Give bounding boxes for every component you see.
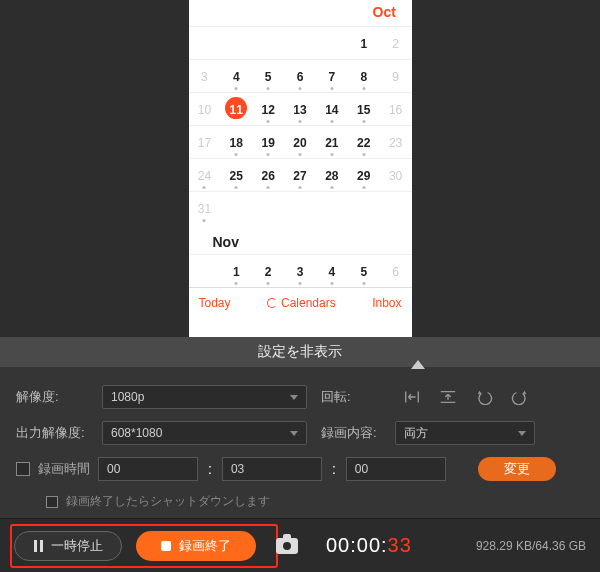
shutdown-checkbox[interactable] bbox=[46, 496, 58, 508]
calendar-cell bbox=[189, 27, 221, 59]
calendar-cell[interactable]: 8 bbox=[348, 60, 380, 92]
record-time-label: 録画時間 bbox=[38, 460, 90, 478]
calendar-cell-selected[interactable]: 11 bbox=[220, 93, 252, 125]
output-resolution-select[interactable]: 608*1080 bbox=[102, 421, 307, 445]
calendar-cell[interactable]: 16 bbox=[380, 93, 412, 125]
calendar-cell[interactable]: 4 bbox=[316, 255, 348, 287]
change-button[interactable]: 変更 bbox=[478, 457, 556, 481]
chevron-up-icon bbox=[411, 344, 425, 360]
calendar-cell[interactable]: 5 bbox=[348, 255, 380, 287]
calendar-row: 1 2 bbox=[189, 26, 412, 59]
rotate-left-icon[interactable] bbox=[475, 389, 493, 405]
filesize-status: 928.29 KB/64.36 GB bbox=[476, 539, 586, 553]
calendar-row: 3 4 5 6 7 8 9 bbox=[189, 59, 412, 92]
seconds-input[interactable]: 00 bbox=[346, 457, 446, 481]
calendar-cell[interactable]: 18 bbox=[220, 126, 252, 158]
calendar-cell[interactable]: 17 bbox=[189, 126, 221, 158]
calendar-cell[interactable]: 6 bbox=[380, 255, 412, 287]
calendar-cell[interactable]: 27 bbox=[284, 159, 316, 191]
pause-label: 一時停止 bbox=[51, 537, 103, 555]
calendars-label: Calendars bbox=[281, 296, 336, 310]
screenshot-icon[interactable] bbox=[276, 538, 298, 554]
resolution-value: 1080p bbox=[111, 390, 144, 404]
colon: : bbox=[206, 461, 214, 477]
calendar-row: 10 11 12 13 14 15 16 bbox=[189, 92, 412, 125]
calendar-cell bbox=[348, 192, 380, 224]
calendar-cell bbox=[220, 192, 252, 224]
shutdown-label: 録画終了したらシャットダウンします bbox=[66, 493, 270, 510]
flip-horizontal-icon[interactable] bbox=[403, 389, 421, 405]
hours-input[interactable]: 00 bbox=[98, 457, 198, 481]
record-content-value: 両方 bbox=[404, 425, 428, 442]
calendar-cell[interactable]: 19 bbox=[252, 126, 284, 158]
rotation-label: 回転: bbox=[321, 388, 381, 406]
calendar-cell bbox=[316, 27, 348, 59]
phone-footer: Today Calendars Inbox bbox=[189, 287, 412, 318]
calendar-cell[interactable]: 23 bbox=[380, 126, 412, 158]
calendar-cell[interactable]: 29 bbox=[348, 159, 380, 191]
calendar-cell[interactable]: 24 bbox=[189, 159, 221, 191]
calendar-cell[interactable]: 7 bbox=[316, 60, 348, 92]
rotation-icons bbox=[403, 389, 529, 405]
resolution-select[interactable]: 1080p bbox=[102, 385, 307, 409]
pause-button[interactable]: 一時停止 bbox=[14, 531, 122, 561]
calendar-row: 24 25 26 27 28 29 30 bbox=[189, 158, 412, 191]
calendar-cell[interactable]: 13 bbox=[284, 93, 316, 125]
calendar-cell[interactable]: 3 bbox=[284, 255, 316, 287]
chevron-down-icon bbox=[290, 431, 298, 436]
inbox-link[interactable]: Inbox bbox=[372, 296, 401, 310]
rotate-right-icon[interactable] bbox=[511, 389, 529, 405]
flip-vertical-icon[interactable] bbox=[439, 389, 457, 405]
output-resolution-label: 出力解像度: bbox=[16, 424, 88, 442]
record-content-select[interactable]: 両方 bbox=[395, 421, 535, 445]
calendar-cell[interactable]: 21 bbox=[316, 126, 348, 158]
phone-screen: Oct 1 2 3 4 5 6 7 8 9 10 11 12 13 14 15 … bbox=[189, 0, 412, 337]
calendar-cell[interactable]: 15 bbox=[348, 93, 380, 125]
calendar-cell bbox=[284, 27, 316, 59]
calendar-cell[interactable]: 26 bbox=[252, 159, 284, 191]
calendar-cell[interactable]: 30 bbox=[380, 159, 412, 191]
calendar-cell bbox=[220, 27, 252, 59]
calendar-cell[interactable]: 31 bbox=[189, 192, 221, 224]
calendar-cell[interactable]: 6 bbox=[284, 60, 316, 92]
recording-timer: 00:00:33 bbox=[326, 534, 412, 557]
resolution-label: 解像度: bbox=[16, 388, 88, 406]
refresh-icon bbox=[267, 298, 277, 308]
stop-button[interactable]: 録画終了 bbox=[136, 531, 256, 561]
minutes-input[interactable]: 03 bbox=[222, 457, 322, 481]
calendars-link[interactable]: Calendars bbox=[267, 296, 336, 310]
month-label-oct: Oct bbox=[189, 0, 412, 26]
calendar-cell[interactable]: 14 bbox=[316, 93, 348, 125]
preview-area: Oct 1 2 3 4 5 6 7 8 9 10 11 12 13 14 15 … bbox=[0, 0, 600, 337]
calendar-row: 17 18 19 20 21 22 23 bbox=[189, 125, 412, 158]
calendar-cell[interactable]: 1 bbox=[220, 255, 252, 287]
calendar-cell bbox=[316, 192, 348, 224]
calendar-cell[interactable]: 1 bbox=[348, 27, 380, 59]
calendar-cell[interactable]: 9 bbox=[380, 60, 412, 92]
chevron-down-icon bbox=[518, 431, 526, 436]
calendar-cell[interactable]: 2 bbox=[380, 27, 412, 59]
calendar-cell bbox=[380, 192, 412, 224]
calendar-cell[interactable]: 4 bbox=[220, 60, 252, 92]
calendar-cell[interactable]: 28 bbox=[316, 159, 348, 191]
bottom-control-bar: 一時停止 録画終了 00:00:33 928.29 KB/64.36 GB bbox=[0, 518, 600, 572]
calendar-row: 1 2 3 4 5 6 bbox=[189, 254, 412, 287]
pause-icon bbox=[34, 540, 43, 552]
calendar-row: 31 bbox=[189, 191, 412, 224]
calendar-cell bbox=[252, 27, 284, 59]
calendar-cell[interactable]: 22 bbox=[348, 126, 380, 158]
calendar-cell[interactable]: 10 bbox=[189, 93, 221, 125]
chevron-down-icon bbox=[290, 395, 298, 400]
calendar-cell[interactable]: 20 bbox=[284, 126, 316, 158]
stop-label: 録画終了 bbox=[179, 537, 231, 555]
record-time-checkbox[interactable] bbox=[16, 462, 30, 476]
calendar-cell[interactable]: 2 bbox=[252, 255, 284, 287]
month-label-nov: Nov bbox=[189, 224, 412, 254]
settings-toggle-bar[interactable]: 設定を非表示 bbox=[0, 337, 600, 367]
calendar-cell[interactable]: 12 bbox=[252, 93, 284, 125]
settings-toggle-label: 設定を非表示 bbox=[258, 343, 342, 361]
calendar-cell[interactable]: 3 bbox=[189, 60, 221, 92]
today-link[interactable]: Today bbox=[199, 296, 231, 310]
calendar-cell[interactable]: 5 bbox=[252, 60, 284, 92]
calendar-cell[interactable]: 25 bbox=[220, 159, 252, 191]
